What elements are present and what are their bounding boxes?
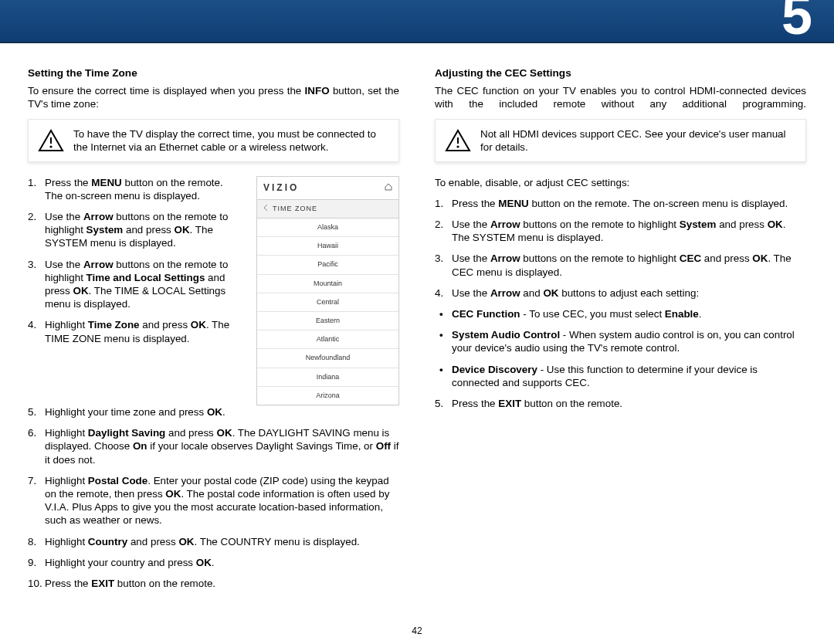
step-item: Press the EXIT button on the remote. — [28, 577, 399, 590]
osd-option: Newfoundland — [257, 349, 398, 368]
section-title: Adjusting the CEC Settings — [435, 66, 806, 80]
step-item: Use the Arrow buttons on the remote to h… — [28, 210, 242, 250]
bullet-item: Device Discovery - Use this function to … — [435, 363, 806, 389]
step-item: Use the Arrow buttons on the remote to h… — [28, 258, 242, 311]
bullet-item: CEC Function - To use CEC, you must sele… — [435, 307, 806, 320]
tv-menu-screenshot: VIZIO TIME ZONE AlaskaHawaiiPacificMount… — [256, 176, 399, 405]
ordered-steps: Press the MENU button on the remote. The… — [28, 176, 242, 353]
step-item: Use the Arrow buttons on the remote to h… — [435, 218, 806, 244]
osd-option: Eastern — [257, 312, 398, 330]
osd-option: Arizona — [257, 387, 398, 405]
osd-option: Indiana — [257, 368, 398, 387]
osd-option: Mountain — [257, 275, 398, 293]
steps-with-screenshot: Press the MENU button on the remote. The… — [28, 176, 399, 405]
page-number: 42 — [0, 625, 834, 636]
step-item: Press the MENU button on the remote. The… — [435, 197, 806, 210]
bullet-list: CEC Function - To use CEC, you must sele… — [435, 307, 806, 389]
svg-point-3 — [456, 145, 459, 147]
section-title: Setting the Time Zone — [28, 66, 399, 80]
osd-option: Alaska — [257, 219, 398, 237]
osd-header: VIZIO — [257, 177, 398, 200]
ordered-steps: Press the MENU button on the remote. The… — [435, 197, 806, 300]
step-item: Highlight your country and press OK. — [28, 556, 399, 569]
osd-option: Central — [257, 293, 398, 312]
warning-icon — [38, 129, 64, 152]
step-item: Highlight Time Zone and press OK. The TI… — [28, 318, 242, 344]
osd-option: Atlantic — [257, 330, 398, 349]
back-icon — [263, 202, 268, 215]
left-column: Setting the Time Zone To ensure the corr… — [28, 66, 399, 598]
callout-text: To have the TV display the correct time,… — [73, 127, 385, 154]
callout-text: Not all HDMI devices support CEC. See yo… — [480, 127, 792, 154]
step-item: Highlight Postal Code. Enter your postal… — [28, 474, 399, 527]
info-callout: To have the TV display the correct time,… — [28, 119, 399, 162]
osd-menu-title: TIME ZONE — [273, 202, 317, 215]
osd-option-list: AlaskaHawaiiPacificMountainCentralEaster… — [257, 219, 398, 405]
step-item: Highlight Country and press OK. The COUN… — [28, 535, 399, 548]
page-content: Setting the Time Zone To ensure the corr… — [0, 43, 834, 598]
step-item: Press the EXIT button on the remote. — [435, 397, 806, 410]
svg-point-1 — [49, 145, 52, 147]
ordered-steps-cont: Highlight your time zone and press OK.Hi… — [28, 405, 399, 590]
osd-option: Hawaii — [257, 237, 398, 256]
step-item: Highlight Daylight Saving and press OK. … — [28, 426, 399, 466]
step-item: Highlight your time zone and press OK. — [28, 405, 399, 419]
chapter-header: 5 — [0, 0, 834, 42]
info-callout: Not all HDMI devices support CEC. See yo… — [435, 119, 806, 162]
warning-icon — [445, 129, 471, 152]
osd-breadcrumb: TIME ZONE — [257, 200, 398, 219]
intro-paragraph: The CEC function on your TV enables you … — [435, 84, 806, 110]
step-item: Use the Arrow buttons on the remote to h… — [435, 252, 806, 278]
step-item: Press the MENU button on the remote. The… — [28, 176, 242, 202]
right-column: Adjusting the CEC Settings The CEC funct… — [435, 66, 806, 598]
lead-paragraph: To enable, disable, or adjust CEC settin… — [435, 176, 806, 189]
brand-logo: VIZIO — [263, 181, 299, 195]
step-item: Use the Arrow and OK buttons to adjust e… — [435, 286, 806, 300]
chapter-number: 5 — [781, 0, 812, 46]
intro-paragraph: To ensure the correct time is displayed … — [28, 84, 399, 110]
ordered-steps-final: Press the EXIT button on the remote. — [435, 397, 806, 410]
bullet-item: System Audio Control - When system audio… — [435, 328, 806, 354]
home-icon — [385, 181, 392, 195]
osd-option: Pacific — [257, 256, 398, 274]
